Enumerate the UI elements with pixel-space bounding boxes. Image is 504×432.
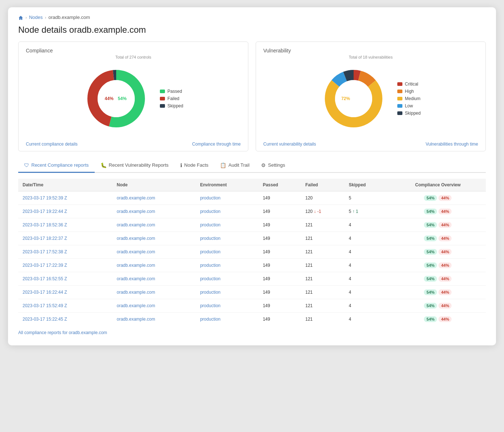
cell-environment: production	[196, 258, 258, 272]
node-link[interactable]: oradb.example.com	[117, 222, 155, 227]
badge-passed: 54%	[424, 222, 437, 228]
node-link[interactable]: oradb.example.com	[117, 317, 155, 322]
cell-environment: production	[196, 205, 258, 218]
cell-passed: 149	[259, 231, 301, 245]
datetime-link[interactable]: 2023-03-17 16:52:55 Z	[23, 276, 67, 281]
environment-link[interactable]: production	[200, 236, 220, 241]
tab-node-facts[interactable]: ℹ Node Facts	[174, 159, 214, 173]
compliance-badges: 54% 44%	[394, 235, 481, 241]
legend-item-critical: Critical	[397, 82, 421, 87]
cell-passed: 149	[259, 205, 301, 218]
calendar-icon: 📋	[220, 162, 226, 168]
legend-item-skipped: Skipped	[160, 103, 183, 108]
node-link[interactable]: oradb.example.com	[117, 195, 155, 201]
vulnerability-current-link[interactable]: Current vulnerability details	[263, 142, 316, 147]
datetime-link[interactable]: 2023-03-17 19:22:44 Z	[23, 209, 67, 214]
cell-failed: 120	[301, 191, 344, 205]
cell-compliance-overview: 54% 44%	[390, 285, 486, 299]
datetime-link[interactable]: 2023-03-17 17:52:38 Z	[23, 249, 67, 254]
datetime-link[interactable]: 2023-03-17 15:22:45 Z	[23, 317, 67, 322]
nodes-link[interactable]: Nodes	[29, 15, 43, 20]
legend-item-low: Low	[397, 103, 421, 108]
environment-link[interactable]: production	[200, 303, 220, 308]
node-link[interactable]: oradb.example.com	[117, 249, 155, 254]
tab-vulnerability[interactable]: 🐛 Recent Vulnerability Reports	[95, 159, 174, 173]
cell-passed: 149	[259, 312, 301, 326]
node-link[interactable]: oradb.example.com	[117, 303, 155, 308]
compliance-badges: 54% 44%	[394, 195, 481, 201]
badge-passed: 54%	[424, 289, 437, 295]
cell-environment: production	[196, 231, 258, 245]
environment-link[interactable]: production	[200, 209, 220, 214]
environment-link[interactable]: production	[200, 276, 220, 281]
cell-datetime: 2023-03-17 19:52:39 Z	[18, 191, 113, 205]
environment-link[interactable]: production	[200, 263, 220, 268]
compliance-chart-content: 44% 54% Passed Failed Skipped	[26, 62, 241, 135]
environment-link[interactable]: production	[200, 317, 220, 322]
legend-color-low	[397, 104, 402, 108]
cell-skipped: 4	[344, 245, 390, 258]
page-title: Node details oradb.example.com	[18, 25, 486, 35]
node-link[interactable]: oradb.example.com	[117, 209, 155, 214]
cell-compliance-overview: 54% 44%	[390, 245, 486, 258]
col-passed: Passed	[259, 179, 301, 191]
legend-label-medium: Medium	[405, 96, 421, 101]
cell-node: oradb.example.com	[113, 218, 196, 231]
node-link[interactable]: oradb.example.com	[117, 236, 155, 241]
cell-failed: 121	[301, 258, 344, 272]
tab-compliance[interactable]: 🛡 Recent Compliance reports	[18, 159, 95, 173]
cell-environment: production	[196, 191, 258, 205]
vulnerability-chart-title: Vulnerability	[263, 48, 478, 53]
cell-failed: 121	[301, 272, 344, 285]
badge-failed: 44%	[438, 262, 452, 268]
cell-skipped: 4	[344, 285, 390, 299]
legend-item-failed: Failed	[160, 96, 183, 101]
cell-passed: 149	[259, 191, 301, 205]
cell-compliance-overview: 54% 44%	[390, 231, 486, 245]
environment-link[interactable]: production	[200, 195, 220, 201]
environment-link[interactable]: production	[200, 249, 220, 254]
cell-failed: 120 ↓ -1	[301, 205, 344, 218]
badge-failed: 44%	[438, 276, 452, 282]
environment-link[interactable]: production	[200, 222, 220, 227]
table-row: 2023-03-17 16:52:55 Zoradb.example.compr…	[18, 272, 486, 285]
table-row: 2023-03-17 19:52:39 Zoradb.example.compr…	[18, 191, 486, 205]
badge-failed: 44%	[438, 289, 452, 295]
breadcrumb: › Nodes › oradb.example.com	[18, 15, 486, 20]
cell-compliance-overview: 54% 44%	[390, 299, 486, 312]
home-link[interactable]	[18, 15, 23, 20]
node-link[interactable]: oradb.example.com	[117, 263, 155, 268]
cell-skipped: 4	[344, 272, 390, 285]
all-reports-link[interactable]: All compliance reports for oradb.example…	[18, 330, 107, 335]
environment-link[interactable]: production	[200, 290, 220, 295]
cell-datetime: 2023-03-17 15:52:49 Z	[18, 299, 113, 312]
datetime-link[interactable]: 2023-03-17 18:22:37 Z	[23, 236, 67, 241]
vulnerability-through-link[interactable]: Vulnerabilities through time	[426, 142, 478, 147]
tab-audit-trail-label: Audit Trail	[228, 162, 249, 168]
legend-item-passed: Passed	[160, 89, 183, 94]
vulnerability-chart-card: Vulnerability Total of 18 vulnerabilitie…	[256, 41, 486, 151]
legend-label-critical: Critical	[405, 82, 418, 87]
cell-failed: 121	[301, 285, 344, 299]
datetime-link[interactable]: 2023-03-17 19:52:39 Z	[23, 195, 67, 201]
compliance-badges: 54% 44%	[394, 249, 481, 255]
datetime-link[interactable]: 2023-03-17 18:52:36 Z	[23, 222, 67, 227]
datetime-link[interactable]: 2023-03-17 17:22:39 Z	[23, 263, 67, 268]
datetime-link[interactable]: 2023-03-17 15:52:49 Z	[23, 303, 67, 308]
breadcrumb-current: oradb.example.com	[48, 15, 90, 20]
node-link[interactable]: oradb.example.com	[117, 290, 155, 295]
cell-node: oradb.example.com	[113, 285, 196, 299]
legend-label-low: Low	[405, 103, 413, 108]
compliance-current-link[interactable]: Current compliance details	[26, 142, 78, 147]
info-icon: ℹ	[180, 162, 182, 168]
delta-skipped: ↑ 1	[353, 209, 358, 214]
tab-settings[interactable]: ⚙ Settings	[255, 159, 291, 173]
cell-skipped: 5	[344, 191, 390, 205]
table-header-row: Date/Time Node Environment Passed Failed…	[18, 179, 486, 191]
charts-row: Compliance Total of 274 controls 44% 54%	[18, 41, 486, 151]
node-link[interactable]: oradb.example.com	[117, 276, 155, 281]
tab-audit-trail[interactable]: 📋 Audit Trail	[214, 159, 255, 173]
datetime-link[interactable]: 2023-03-17 16:22:44 Z	[23, 290, 67, 295]
compliance-badges: 54% 44%	[394, 209, 481, 214]
compliance-through-link[interactable]: Compliance through time	[192, 142, 241, 147]
